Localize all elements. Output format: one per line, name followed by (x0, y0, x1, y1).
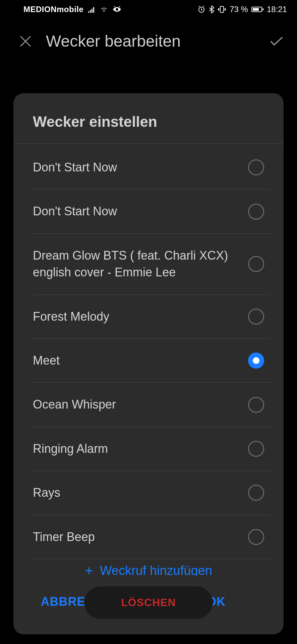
sound-label: Don't Start Now (33, 159, 248, 176)
dialog-title: Wecker einstellen (13, 93, 284, 144)
time-label: 18:21 (267, 5, 287, 14)
sound-item[interactable]: Timer Beep (33, 515, 270, 559)
sound-item[interactable]: Ocean Whisper (33, 383, 270, 427)
close-icon[interactable] (18, 34, 33, 48)
radio-button[interactable] (248, 485, 264, 501)
delete-button[interactable]: LÖSCHEN (84, 586, 213, 619)
radio-button[interactable] (248, 309, 264, 325)
status-right: 73 % 18:21 (197, 5, 287, 14)
carrier-label: MEDIONmobile (23, 5, 83, 14)
sound-label: Meet (33, 352, 248, 369)
header: Wecker bearbeiten (0, 18, 297, 64)
vibrate-icon (218, 5, 226, 13)
radio-button[interactable] (248, 441, 264, 457)
sound-label: Ringing Alarm (33, 440, 248, 457)
sound-item[interactable]: Forest Melody (33, 295, 270, 339)
sound-item[interactable]: Dream Glow BTS ( feat. Charli XCX) engli… (33, 234, 270, 295)
sound-item[interactable]: Don't Start Now (33, 144, 270, 190)
sound-label: Don't Start Now (33, 203, 248, 220)
battery-icon (251, 6, 263, 13)
sound-label: Forest Melody (33, 308, 248, 325)
page-title: Wecker bearbeiten (46, 32, 256, 50)
radio-button[interactable] (248, 204, 264, 220)
plus-icon: + (85, 563, 93, 576)
radio-button[interactable] (248, 529, 264, 545)
radio-button[interactable] (248, 397, 264, 413)
sound-item[interactable]: Don't Start Now (33, 190, 270, 233)
sound-label: Rays (33, 484, 248, 501)
check-icon[interactable] (270, 34, 284, 48)
wifi-icon (100, 6, 108, 13)
status-left: MEDIONmobile (23, 5, 122, 14)
radio-button[interactable] (248, 256, 264, 272)
sound-item[interactable]: Ringing Alarm (33, 427, 270, 471)
svg-rect-1 (220, 6, 224, 12)
sound-label: Timer Beep (33, 529, 248, 545)
add-ringtone-label: Weckruf hinzufügen (100, 564, 212, 576)
sound-list[interactable]: Don't Start NowDon't Start NowDream Glow… (13, 144, 284, 559)
sound-item[interactable]: Meet (33, 339, 270, 383)
radio-button[interactable] (248, 159, 264, 175)
status-bar: MEDIONmobile 73 % 18:21 (0, 0, 297, 18)
battery-percent: 73 % (230, 5, 248, 14)
alarm-icon (197, 5, 205, 13)
radio-button[interactable] (248, 353, 264, 369)
sound-item[interactable]: Rays (33, 471, 270, 515)
sound-label: Ocean Whisper (33, 396, 248, 413)
bluetooth-icon (209, 5, 214, 13)
sound-label: Dream Glow BTS ( feat. Charli XCX) engli… (33, 247, 248, 281)
sound-picker-dialog: Wecker einstellen Don't Start NowDon't S… (13, 93, 284, 634)
signal-icon (87, 6, 96, 13)
svg-rect-3 (262, 8, 263, 10)
add-ringtone-button[interactable]: + Weckruf hinzufügen (13, 559, 284, 576)
eye-icon (112, 6, 122, 13)
